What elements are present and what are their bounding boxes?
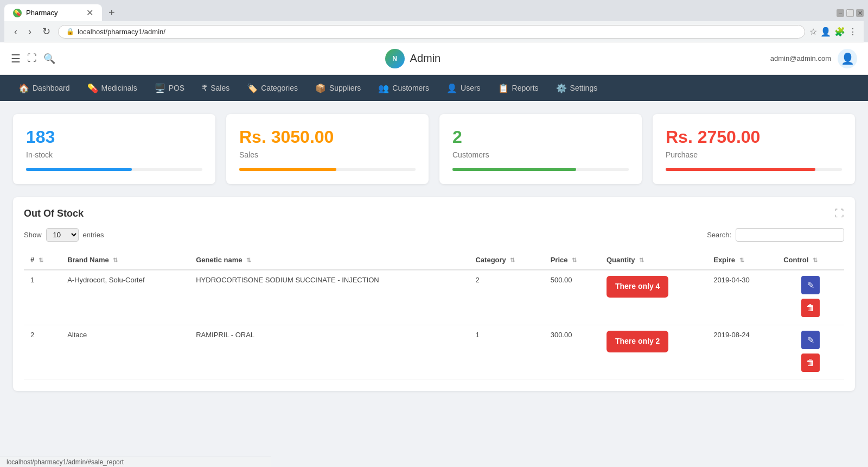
stat-label-sales: Sales — [239, 150, 416, 159]
stat-bar-purchase — [666, 168, 815, 171]
entries-select[interactable]: 102550100 — [46, 228, 79, 242]
avatar[interactable]: 👤 — [838, 49, 857, 68]
cell-category: 2 — [469, 270, 544, 325]
delete-button-1[interactable]: 🗑 — [801, 354, 820, 372]
col-expire[interactable]: Expire ⇅ — [707, 250, 777, 270]
menu-icon[interactable]: ⋮ — [848, 27, 857, 37]
app-header: ☰ ⛶ 🔍 N Admin admin@admin.com 👤 — [0, 42, 868, 75]
window-controls: – ⬜ ✕ — [837, 9, 864, 17]
tab-close-button[interactable]: ✕ — [86, 8, 93, 18]
col-genetic-name[interactable]: Genetic name ⇅ — [189, 250, 469, 270]
stat-bar-bg-sales — [239, 168, 416, 171]
tab-favicon: 💊 — [13, 9, 22, 17]
cell-genetic: HYDROCORTISONE SODIUM SUCCINATE - INJECT… — [189, 270, 469, 325]
nav-label-suppliers: Suppliers — [329, 84, 361, 92]
nav-label-users: Users — [461, 84, 481, 92]
table-expand-icon[interactable]: ⛶ — [834, 208, 844, 219]
forward-button[interactable]: › — [25, 25, 35, 39]
stat-bar-instock — [26, 168, 132, 171]
col-brand-name[interactable]: Brand Name ⇅ — [61, 250, 189, 270]
categories-icon: 🏷️ — [247, 83, 258, 93]
users-icon: 👤 — [446, 83, 457, 93]
nav-label-reports: Reports — [512, 84, 539, 92]
bookmark-icon[interactable]: ☆ — [809, 27, 817, 37]
table-header-row: # ⇅Brand Name ⇅Genetic name ⇅Category ⇅P… — [24, 250, 844, 270]
table-row: 2 Altace RAMIPRIL - ORAL 1 300.00 There … — [24, 325, 844, 380]
nav-item-medicinals[interactable]: 💊Medicinals — [80, 79, 145, 98]
nav-label-settings: Settings — [570, 84, 598, 92]
table-row: 1 A-Hydrocort, Solu-Cortef HYDROCORTISON… — [24, 270, 844, 325]
nav-item-suppliers[interactable]: 📦Suppliers — [308, 79, 368, 98]
sort-icon: ⇅ — [572, 257, 577, 263]
reload-button[interactable]: ↻ — [39, 24, 54, 39]
browser-tab-active[interactable]: 💊 Pharmacy ✕ — [4, 4, 102, 21]
app-title: Admin — [410, 52, 441, 65]
col-category[interactable]: Category ⇅ — [469, 250, 544, 270]
nav-item-sales[interactable]: ₹Sales — [194, 79, 237, 98]
col-#[interactable]: # ⇅ — [24, 250, 61, 270]
cell-num: 1 — [24, 270, 61, 325]
table-body: 1 A-Hydrocort, Solu-Cortef HYDROCORTISON… — [24, 270, 844, 380]
control-btns: ✎ 🗑 — [783, 276, 838, 319]
window-close-button[interactable]: ✕ — [856, 9, 864, 17]
nav-item-settings[interactable]: ⚙️Settings — [548, 79, 605, 98]
sort-icon: ⇅ — [639, 257, 644, 263]
entries-label: entries — [83, 231, 104, 239]
delete-button-0[interactable]: 🗑 — [801, 299, 820, 317]
sort-icon: ⇅ — [510, 257, 515, 263]
nav-bar: 🏠Dashboard💊Medicinals🖥️POS₹Sales🏷️Catego… — [0, 75, 868, 101]
sort-icon: ⇅ — [113, 257, 118, 263]
suppliers-icon: 📦 — [315, 83, 326, 93]
col-price[interactable]: Price ⇅ — [544, 250, 600, 270]
nav-label-medicinals: Medicinals — [101, 84, 137, 92]
extensions-icon[interactable]: 🧩 — [834, 27, 845, 37]
cell-control: ✎ 🗑 — [777, 325, 844, 380]
nav-label-pos: POS — [169, 84, 185, 92]
nav-item-customers[interactable]: 👥Customers — [371, 79, 437, 98]
nav-item-pos[interactable]: 🖥️POS — [147, 79, 193, 98]
address-text: localhost/pharmacy1/admin/ — [78, 28, 165, 36]
dashboard-icon: 🏠 — [18, 83, 29, 93]
address-bar[interactable]: 🔒 localhost/pharmacy1/admin/ — [58, 25, 805, 39]
expand-button[interactable]: ⛶ — [27, 53, 37, 64]
col-control[interactable]: Control ⇅ — [777, 250, 844, 270]
cell-quantity: There only 2 — [600, 325, 707, 380]
nav-item-dashboard[interactable]: 🏠Dashboard — [11, 79, 78, 98]
stat-label-customers: Customers — [452, 150, 629, 159]
nav-label-categories: Categories — [261, 84, 298, 92]
nav-item-reports[interactable]: 📋Reports — [490, 79, 546, 98]
show-entries-control: Show 102550100 entries — [24, 228, 104, 242]
window-maximize-button[interactable]: ⬜ — [846, 9, 854, 17]
sort-icon: ⇅ — [813, 257, 818, 263]
cell-num: 2 — [24, 325, 61, 380]
stat-bar-bg-purchase — [666, 168, 842, 171]
nav-item-categories[interactable]: 🏷️Categories — [239, 79, 305, 98]
stat-bar-bg-customers — [452, 168, 629, 171]
window-minimize-button[interactable]: – — [837, 9, 844, 17]
stat-bar-customers — [452, 168, 576, 171]
stat-bar-bg-instock — [26, 168, 202, 171]
new-tab-button[interactable]: + — [104, 4, 119, 21]
stat-cards: 183 In-stock Rs. 3050.00 Sales 2 Custome… — [13, 114, 855, 184]
nav-item-users[interactable]: 👤Users — [439, 79, 488, 98]
search-input[interactable] — [736, 228, 844, 242]
browser-tabs: 💊 Pharmacy ✕ + – ⬜ ✕ — [4, 4, 864, 21]
header-search-button[interactable]: 🔍 — [43, 53, 55, 65]
sort-icon: ⇅ — [246, 257, 251, 263]
cell-expire: 2019-08-24 — [707, 325, 777, 380]
qty-badge-0: There only 4 — [607, 276, 668, 298]
col-quantity[interactable]: Quantity ⇅ — [600, 250, 707, 270]
search-control: Search: — [707, 228, 844, 242]
nav-label-dashboard: Dashboard — [33, 84, 70, 92]
stat-value-instock: 183 — [26, 127, 202, 147]
edit-button-1[interactable]: ✎ — [801, 331, 820, 349]
hamburger-menu-button[interactable]: ☰ — [11, 52, 21, 65]
profile-icon[interactable]: 👤 — [820, 27, 831, 37]
back-button[interactable]: ‹ — [11, 25, 21, 39]
settings-icon: ⚙️ — [556, 83, 567, 93]
edit-button-0[interactable]: ✎ — [801, 276, 820, 294]
control-btns: ✎ 🗑 — [783, 331, 838, 374]
stat-bar-sales — [239, 168, 336, 171]
stat-card-instock: 183 In-stock — [13, 114, 215, 184]
admin-email: admin@admin.com — [770, 54, 831, 62]
